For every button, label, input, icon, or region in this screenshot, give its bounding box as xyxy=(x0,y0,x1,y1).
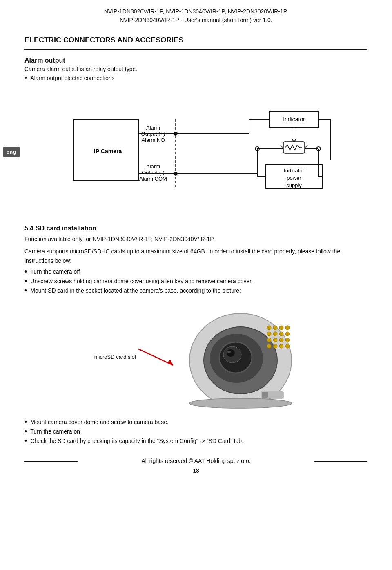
bullet-dot-5: • xyxy=(24,427,27,436)
alarm-bullet-text: Alarm output electric connections xyxy=(30,75,114,81)
bullet-dot: • xyxy=(24,74,27,83)
footer: All rights reserved © AAT Holding sp. z … xyxy=(24,458,368,464)
function-note: Function available only for NVIP-1DN3040… xyxy=(24,235,368,244)
svg-point-58 xyxy=(285,332,290,336)
svg-text:Indicator: Indicator xyxy=(283,116,305,123)
bullet-text-1: Turn the camera off xyxy=(30,268,80,275)
bullet-text-3: Mount SD card in the socket located at t… xyxy=(30,287,241,294)
section-title-text: SD card installation xyxy=(36,225,96,232)
diagram-svg: IP Camera Alarm Output (+) Alarm NO Indi… xyxy=(49,87,343,213)
alarm-desc: Camera alarm output is an relay output t… xyxy=(24,66,368,72)
svg-text:Alarm: Alarm xyxy=(146,125,160,131)
svg-text:Alarm: Alarm xyxy=(146,163,160,170)
bullet-text-2: Unscrew screws holding camera dome cover… xyxy=(30,278,253,284)
bullet-unscrew: • Unscrew screws holding camera dome cov… xyxy=(24,278,368,286)
svg-point-53 xyxy=(279,326,283,330)
rule-thin xyxy=(24,51,368,51)
svg-text:Alarm NO: Alarm NO xyxy=(141,137,165,143)
camera-dome xyxy=(183,303,298,411)
svg-point-61 xyxy=(279,338,283,342)
svg-text:Indicator: Indicator xyxy=(284,168,305,174)
svg-point-56 xyxy=(273,332,277,336)
svg-rect-68 xyxy=(262,392,268,398)
svg-point-50 xyxy=(227,351,231,353)
bullet-mount-cover: • Mount camera cover dome and screw to c… xyxy=(24,419,368,427)
alarm-title: Alarm output xyxy=(24,57,368,64)
top-rule xyxy=(24,49,368,50)
body-text-1: Camera supports microSD/SDHC cards up to… xyxy=(24,247,368,265)
svg-point-51 xyxy=(267,326,271,330)
svg-point-62 xyxy=(285,338,290,342)
bullet-mount-sd: • Mount SD card in the socket located at… xyxy=(24,287,368,295)
svg-point-65 xyxy=(279,344,283,348)
svg-point-49 xyxy=(227,349,235,357)
footer-line-right xyxy=(314,461,368,462)
bullet-dot-6: • xyxy=(24,437,27,445)
sd-card-section-title: 5.4 SD card installation xyxy=(24,225,368,232)
microsd-label: microSD card slot xyxy=(94,354,136,360)
svg-point-57 xyxy=(279,332,283,336)
bullet-text-4: Mount camera cover dome and screw to cam… xyxy=(30,419,169,425)
svg-point-64 xyxy=(273,344,277,348)
header-line2: NVIP-2DN3040V/IR-1P - User's manual (sho… xyxy=(24,16,368,25)
bullet-check-sd: • Check the SD card by checking its capa… xyxy=(24,438,368,445)
svg-point-59 xyxy=(267,338,271,342)
header-line1: NVIP-1DN3020V/IR-1P, NVIP-1DN3040V/IR-1P… xyxy=(24,7,368,16)
svg-text:Output (-): Output (-) xyxy=(142,170,165,176)
svg-line-16 xyxy=(280,145,283,148)
svg-point-52 xyxy=(273,326,277,330)
svg-point-55 xyxy=(267,332,271,336)
bullet-dot-2: • xyxy=(24,277,27,286)
diagram-svg-container: IP Camera Alarm Output (+) Alarm NO Indi… xyxy=(24,87,368,213)
bullet-text-6: Check the SD card by checking its capaci… xyxy=(30,438,243,444)
bullet-text-5: Turn the camera on xyxy=(30,428,80,435)
svg-line-18 xyxy=(305,145,308,148)
camera-image-area: microSD card slot xyxy=(24,303,368,411)
footer-rights: All rights reserved © AAT Holding sp. z … xyxy=(141,458,250,464)
svg-point-66 xyxy=(285,344,290,348)
eng-label: eng xyxy=(3,147,20,157)
svg-point-63 xyxy=(267,344,271,348)
bullet-turn-on: • Turn the camera on xyxy=(24,428,368,436)
svg-text:power: power xyxy=(287,175,301,181)
svg-text:Alarm COM: Alarm COM xyxy=(139,176,167,182)
ip-camera-label: IP Camera xyxy=(94,148,122,154)
bullet-dot-4: • xyxy=(24,418,27,427)
svg-point-54 xyxy=(285,326,290,330)
bullet-dot-3: • xyxy=(24,286,27,295)
footer-line-left xyxy=(24,461,78,462)
bullet-turn-off: • Turn the camera off xyxy=(24,268,368,276)
microsd-arrow xyxy=(138,345,179,369)
alarm-bullet: • Alarm output electric connections xyxy=(24,75,368,83)
svg-text:supply: supply xyxy=(286,182,302,188)
section-num: 5.4 xyxy=(24,225,33,232)
camera-svg xyxy=(183,303,298,409)
page-header: NVIP-1DN3020V/IR-1P, NVIP-1DN3040V/IR-1P… xyxy=(24,0,368,29)
section-title: ELECTRIC CONNECTORS AND ACCESORIES xyxy=(24,36,368,45)
bullet-dot-1: • xyxy=(24,268,27,276)
svg-marker-43 xyxy=(167,360,173,365)
svg-point-60 xyxy=(273,338,277,342)
alarm-diagram: eng IP Camera Alarm Output (+) Alarm NO … xyxy=(24,87,368,217)
page-number: 18 xyxy=(24,467,368,474)
svg-point-69 xyxy=(189,398,292,408)
